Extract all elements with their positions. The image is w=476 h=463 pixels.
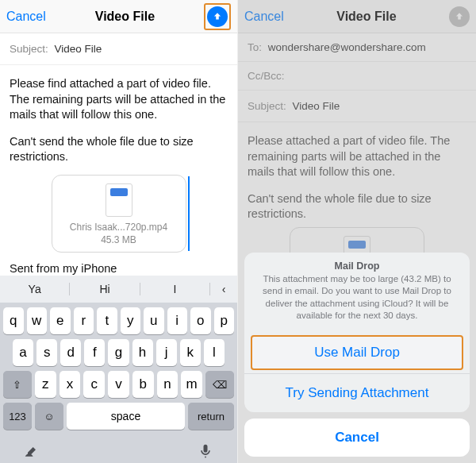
keyboard-row-3: ⇧ zxcvbnm ⌫ xyxy=(0,366,237,398)
suggestion-2[interactable]: Hi xyxy=(70,283,140,295)
keyboard: Ya Hi I ‹ qwertyuiop asdfghjkl ⇧ zxcvbnm… xyxy=(0,276,237,463)
suggestion-3[interactable]: I xyxy=(140,283,210,295)
key-z[interactable]: z xyxy=(35,371,56,398)
video-file-icon xyxy=(106,183,132,217)
key-s[interactable]: s xyxy=(36,339,57,366)
emoji-key[interactable]: ☺ xyxy=(35,403,63,430)
mic-icon[interactable] xyxy=(198,443,213,459)
subject-row[interactable]: Subject: Video File xyxy=(238,91,476,122)
key-j[interactable]: j xyxy=(156,339,177,366)
subject-label: Subject: xyxy=(10,43,48,55)
cancel-button[interactable]: Cancel xyxy=(244,10,284,24)
attachment-size: 45.3 MB xyxy=(59,234,179,245)
suggestion-bar: Ya Hi I ‹ xyxy=(0,276,237,303)
key-q[interactable]: q xyxy=(3,307,24,334)
sheet-message: This attachment may be too large (43.2 M… xyxy=(244,273,470,332)
shift-key[interactable]: ⇧ xyxy=(3,371,32,398)
key-y[interactable]: y xyxy=(121,307,141,334)
key-p[interactable]: p xyxy=(214,307,235,334)
arrow-up-icon xyxy=(212,11,223,22)
handwriting-icon[interactable] xyxy=(24,443,40,459)
attachment-wrapper: Chris Isaak...720p.mp4 45.3 MB xyxy=(52,175,186,253)
body-paragraph-2: Can't send the whole file due to size re… xyxy=(248,191,466,222)
text-cursor xyxy=(188,176,190,251)
numbers-key[interactable]: 123 xyxy=(3,403,32,430)
key-k[interactable]: k xyxy=(180,339,201,366)
cc-label: Cc/Bcc: xyxy=(248,70,285,82)
key-v[interactable]: v xyxy=(108,371,129,398)
key-i[interactable]: i xyxy=(167,307,188,334)
to-label: To: xyxy=(248,41,262,53)
key-t[interactable]: t xyxy=(97,307,117,334)
to-value: wondershare@wondershare.com xyxy=(268,41,426,53)
nav-title: Video File xyxy=(336,10,396,24)
key-g[interactable]: g xyxy=(108,339,129,366)
action-sheet-card: Mail Drop This attachment may be too lar… xyxy=(244,253,470,412)
to-row[interactable]: To: wondershare@wondershare.com xyxy=(238,33,476,62)
attachment[interactable]: Chris Isaak...720p.mp4 45.3 MB xyxy=(52,175,186,253)
cancel-button[interactable]: Cancel xyxy=(6,10,46,24)
key-n[interactable]: n xyxy=(157,371,178,398)
collapse-suggestions[interactable]: ‹ xyxy=(210,283,237,295)
subject-label: Subject: xyxy=(248,100,286,112)
navbar: Cancel Video File xyxy=(0,0,237,33)
body-paragraph-1: Please find attached a part of video fil… xyxy=(10,76,228,123)
keyboard-row-1: qwertyuiop xyxy=(0,303,237,334)
sheet-cancel-button[interactable]: Cancel xyxy=(244,419,470,457)
key-w[interactable]: w xyxy=(27,307,48,334)
arrow-up-icon xyxy=(454,11,465,22)
body-paragraph-2: Can't send the whole file due to size re… xyxy=(10,134,228,165)
key-a[interactable]: a xyxy=(13,339,33,366)
subject-value: Video File xyxy=(55,43,102,55)
key-b[interactable]: b xyxy=(132,371,154,398)
key-l[interactable]: l xyxy=(204,339,225,366)
key-m[interactable]: m xyxy=(181,371,202,398)
key-d[interactable]: d xyxy=(60,339,81,366)
keyboard-bottom-bar xyxy=(0,439,237,463)
use-mail-drop-button[interactable]: Use Mail Drop xyxy=(251,335,463,370)
key-u[interactable]: u xyxy=(144,307,164,334)
send-button[interactable] xyxy=(207,6,228,27)
highlight-box xyxy=(204,3,231,30)
attachment-name: Chris Isaak...720p.mp4 xyxy=(59,222,179,233)
suggestion-1[interactable]: Ya xyxy=(0,283,70,295)
key-e[interactable]: e xyxy=(50,307,71,334)
try-sending-attachment-button[interactable]: Try Sending Attachment xyxy=(244,373,470,412)
subject-row[interactable]: Subject: Video File xyxy=(0,33,237,65)
compose-screen: Cancel Video File Subject: Video File Pl… xyxy=(0,0,238,463)
keyboard-row-4: 123 ☺ space return xyxy=(0,398,237,430)
key-f[interactable]: f xyxy=(84,339,105,366)
navbar: Cancel Video File xyxy=(238,0,476,33)
mail-drop-screen: Cancel Video File To: wondershare@wonder… xyxy=(238,0,476,463)
key-h[interactable]: h xyxy=(132,339,153,366)
key-o[interactable]: o xyxy=(190,307,211,334)
nav-title: Video File xyxy=(95,10,155,24)
key-r[interactable]: r xyxy=(74,307,94,334)
backspace-key[interactable]: ⌫ xyxy=(205,371,234,398)
sheet-title: Mail Drop xyxy=(244,253,470,273)
return-key[interactable]: return xyxy=(188,403,234,430)
message-body[interactable]: Please find attached a part of video fil… xyxy=(0,76,237,275)
cc-bcc-row[interactable]: Cc/Bcc: xyxy=(238,62,476,91)
keyboard-row-2: asdfghjkl xyxy=(0,334,237,366)
space-key[interactable]: space xyxy=(67,403,185,430)
key-c[interactable]: c xyxy=(83,371,105,398)
signature: Sent from my iPhone xyxy=(10,262,228,275)
subject-value: Video File xyxy=(293,100,340,112)
key-x[interactable]: x xyxy=(60,371,81,398)
send-button[interactable] xyxy=(449,6,470,27)
action-sheet: Mail Drop This attachment may be too lar… xyxy=(244,253,470,457)
body-paragraph-1: Please attached a part of video file. Th… xyxy=(248,133,466,180)
